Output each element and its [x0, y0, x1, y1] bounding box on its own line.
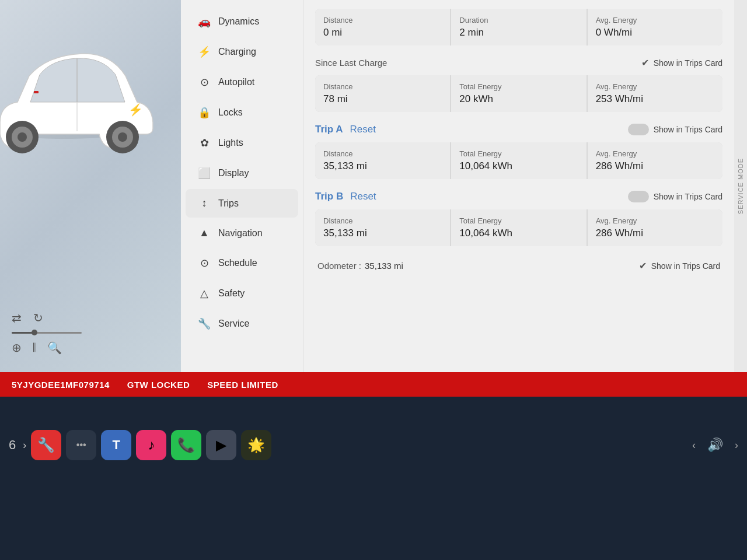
since-last-charge-title: Since Last Charge: [315, 58, 387, 68]
trip-b-avg-value: 286 Wh/mi: [596, 228, 714, 239]
nav-item-display[interactable]: ⬜ Display: [186, 159, 298, 188]
nav-item-charging[interactable]: ⚡ Charging: [186, 37, 298, 66]
trip-b-header: Trip B Reset Show in Trips Card: [315, 188, 722, 205]
recent-energy-value: 0 Wh/mi: [596, 27, 714, 38]
nav-item-autopilot[interactable]: ⊙ Autopilot: [186, 68, 298, 97]
slc-energy-cell: Total Energy 20 kWh: [451, 75, 586, 112]
charging-icon: ⚡: [197, 46, 211, 58]
trip-a-distance-cell: Distance 35,133 mi: [315, 142, 450, 179]
nav-label-dynamics: Dynamics: [218, 16, 259, 27]
recent-energy-label: Avg. Energy: [596, 16, 714, 24]
nav-label-navigation: Navigation: [218, 228, 263, 239]
progress-slider[interactable]: [12, 332, 82, 334]
trip-a-avg-value: 286 Wh/mi: [596, 160, 714, 172]
lights-icon: ✿: [197, 136, 211, 149]
recent-distance-cell: Distance 0 mi: [315, 9, 450, 46]
odometer-value: 35,133 mi: [365, 261, 403, 271]
odometer-label: Odometer :: [317, 261, 361, 271]
svg-point-7: [118, 132, 127, 142]
since-last-charge-section: Since Last Charge ✔ Show in Trips Card D…: [315, 55, 722, 112]
trip-b-energy-cell: Total Energy 10,064 kWh: [451, 209, 586, 246]
progress-fill: [12, 332, 33, 334]
trip-a-energy-cell: Total Energy 10,064 kWh: [451, 142, 586, 179]
trip-b-energy-value: 10,064 kWh: [459, 228, 578, 239]
equalizer-icon[interactable]: 𝄃: [33, 341, 36, 355]
prev-arrow-icon[interactable]: ‹: [692, 439, 696, 452]
trip-b-toggle[interactable]: [628, 191, 649, 202]
trip-b-distance-value: 35,133 mi: [323, 228, 442, 239]
svg-text:⚡: ⚡: [128, 103, 143, 117]
trip-b-reset-button[interactable]: Reset: [350, 191, 376, 202]
media-row-bottom: ⊕ 𝄃 🔍: [12, 341, 82, 355]
shuffle-icon[interactable]: ⇄: [12, 311, 22, 325]
more-app-icon[interactable]: •••: [66, 430, 96, 460]
more-icon: •••: [76, 440, 86, 450]
add-icon[interactable]: ⊕: [12, 341, 22, 355]
nav-label-trips: Trips: [218, 198, 239, 209]
service-icon: 🔧: [197, 317, 211, 330]
nav-item-trips[interactable]: ↕ Trips: [186, 189, 298, 218]
odometer-show-toggle[interactable]: ✔ Show in Trips Card: [639, 260, 720, 271]
nav-label-charging: Charging: [218, 47, 256, 57]
nav-item-safety[interactable]: △ Safety: [186, 279, 298, 308]
nav-item-locks[interactable]: 🔒 Locks: [186, 98, 298, 127]
schedule-icon: ⊙: [197, 257, 211, 270]
slc-distance-label: Distance: [323, 82, 442, 91]
trip-a-header: Trip A Reset Show in Trips Card: [315, 121, 722, 138]
trip-a-energy-label: Total Energy: [459, 149, 578, 158]
nav-item-dynamics[interactable]: 🚗 Dynamics: [186, 7, 298, 36]
trip-a-distance-value: 35,133 mi: [323, 160, 442, 172]
tesla-app-icon[interactable]: T: [101, 430, 131, 460]
next-arrow-icon[interactable]: ›: [735, 439, 738, 452]
recent-energy-cell: Avg. Energy 0 Wh/mi: [588, 9, 722, 46]
trip-a-avg-energy-cell: Avg. Energy 286 Wh/mi: [588, 142, 722, 179]
sidebar: 🚗 Dynamics ⚡ Charging ⊙ Autopilot 🔒 Lock…: [181, 0, 303, 372]
search-icon[interactable]: 🔍: [47, 341, 62, 355]
nav-label-lights: Lights: [218, 138, 243, 148]
media-app-icon[interactable]: ▶: [206, 430, 236, 460]
music-app-icon[interactable]: ♪: [136, 430, 166, 460]
locks-icon: 🔒: [197, 106, 211, 119]
tools-app-icon[interactable]: 🔧: [31, 430, 61, 460]
tools-icon: 🔧: [37, 437, 55, 453]
slc-distance-cell: Distance 78 mi: [315, 75, 450, 112]
volume-icon[interactable]: 🔊: [707, 438, 723, 453]
trip-a-toggle[interactable]: [628, 124, 649, 135]
media-controls: ⇄ ↻ ⊕ 𝄃 🔍: [12, 311, 82, 355]
status-bar: 5YJYGDEE1MF079714 GTW LOCKED SPEED LIMIT…: [0, 372, 747, 397]
repeat-icon[interactable]: ↻: [33, 311, 43, 325]
chevron-right-icon: ›: [23, 439, 26, 452]
nav-item-lights[interactable]: ✿ Lights: [186, 128, 298, 158]
service-mode-label: SERVICE MODE: [737, 158, 744, 214]
trip-b-avg-energy-cell: Avg. Energy 286 Wh/mi: [588, 209, 722, 246]
trip-b-show-label: Show in Trips Card: [654, 192, 722, 201]
nav-item-navigation[interactable]: ▲ Navigation: [186, 219, 298, 247]
photos-icon: 🌟: [247, 437, 265, 453]
taskbar-right: ‹ 🔊 ›: [692, 438, 738, 453]
trip-b-avg-label: Avg. Energy: [596, 216, 714, 225]
trip-b-section: Trip B Reset Show in Trips Card Distance…: [315, 188, 722, 246]
trip-a-label: Trip A: [315, 124, 343, 135]
media-row-slider: [12, 332, 82, 334]
nav-item-service[interactable]: 🔧 Service: [186, 309, 298, 338]
trip-a-reset-button[interactable]: Reset: [350, 124, 376, 135]
odometer-checkmark-icon: ✔: [639, 260, 647, 271]
nav-label-autopilot: Autopilot: [218, 77, 254, 88]
recent-distance-label: Distance: [323, 16, 442, 24]
checkmark-icon: ✔: [641, 57, 649, 68]
nav-item-schedule[interactable]: ⊙ Schedule: [186, 249, 298, 278]
slc-avg-energy-cell: Avg. Energy 253 Wh/mi: [588, 75, 722, 112]
slc-distance-value: 78 mi: [323, 93, 442, 105]
trip-b-label: Trip B: [315, 191, 343, 202]
trip-a-energy-value: 10,064 kWh: [459, 160, 578, 172]
since-last-show-toggle[interactable]: ✔ Show in Trips Card: [641, 57, 722, 68]
navigation-icon: ▲: [197, 227, 211, 239]
phone-app-icon[interactable]: 📞: [171, 430, 201, 460]
dynamics-icon: 🚗: [197, 15, 211, 28]
safety-icon: △: [197, 287, 211, 300]
photos-app-icon[interactable]: 🌟: [241, 430, 271, 460]
taskbar-inner: 6 › 🔧 ••• T ♪ 📞 ▶ 🌟 ‹ 🔊 ›: [0, 430, 747, 460]
service-mode-bar: SERVICE MODE: [734, 0, 747, 372]
nav-label-schedule: Schedule: [218, 258, 257, 268]
speed-status: SPEED LIMITED: [207, 380, 278, 390]
